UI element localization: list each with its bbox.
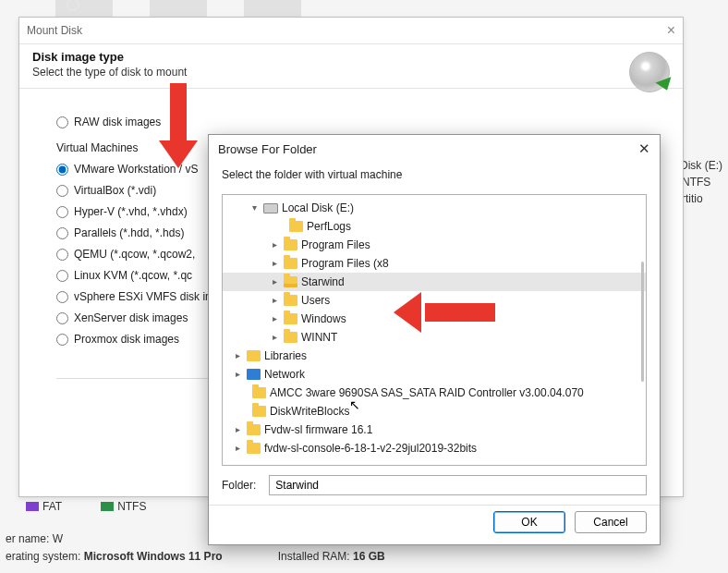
radio-proxmox-label: Proxmox disk images xyxy=(74,333,179,346)
tree-node-program-files-x86[interactable]: ▸ Program Files (x8 xyxy=(223,254,646,273)
folder-tree[interactable]: ▾ Local Disk (E:) ▸ PerfLogs ▸ Program F… xyxy=(222,194,647,466)
network-icon xyxy=(247,369,261,380)
bg-drive-icons xyxy=(55,0,301,17)
folder-icon xyxy=(289,221,303,232)
tree-node-libraries[interactable]: ▸ Libraries xyxy=(223,347,646,365)
folder-icon xyxy=(252,406,266,417)
dialog-title: Browse For Folder xyxy=(218,142,317,156)
close-icon[interactable]: ✕ xyxy=(638,140,650,157)
browse-folder-dialog: Browse For Folder ✕ Select the folder wi… xyxy=(208,134,661,545)
tree-node-fvdw-firmware[interactable]: ▸ Fvdw-sl firmware 16.1 xyxy=(223,421,646,439)
tree-node-windows[interactable]: ▸ Windows xyxy=(223,310,646,328)
window-title: Mount Disk xyxy=(27,24,82,37)
radio-vmware-label: VMware Workstation / vS xyxy=(74,163,198,176)
folder-icon xyxy=(284,258,297,269)
folder-icon xyxy=(284,332,297,343)
radio-raw-label: RAW disk images xyxy=(74,116,161,128)
tree-node-program-files[interactable]: ▸ Program Files xyxy=(223,236,646,254)
folder-icon xyxy=(247,443,261,454)
wizard-heading: Disk image type xyxy=(32,50,670,64)
folder-icon xyxy=(284,313,297,324)
folder-icon xyxy=(247,424,261,435)
close-icon[interactable]: × xyxy=(667,22,675,39)
drive-icon xyxy=(263,203,278,213)
tree-node-network[interactable]: ▸ Network xyxy=(223,365,646,384)
radio-xenserver-label: XenServer disk images xyxy=(74,311,188,324)
cursor-icon: ↖ xyxy=(349,397,360,412)
tree-node-fvdw-console[interactable]: ▸ fvdw-sl-console-6-18-1-v2-29jul2019-32… xyxy=(223,439,646,457)
radio-esxi-label: vSphere ESXi VMFS disk in xyxy=(74,290,212,303)
tree-node-perflogs[interactable]: ▸ PerfLogs xyxy=(223,217,646,236)
radio-virtualbox-label: VirtualBox (*.vdi) xyxy=(74,184,156,197)
dialog-instruction: Select the folder with virtual machine xyxy=(209,163,660,190)
tree-node-starwind[interactable]: ▸ Starwind xyxy=(223,273,646,291)
tree-node-amcc[interactable]: ▸ AMCC 3ware 9690SA SAS_SATA RAID Contro… xyxy=(223,384,646,402)
folder-icon xyxy=(284,295,297,306)
libraries-icon xyxy=(247,350,261,361)
ok-button[interactable]: OK xyxy=(493,511,565,533)
folder-field[interactable] xyxy=(269,475,647,495)
folder-field-label: Folder: xyxy=(222,479,256,492)
wizard-subheading: Select the type of disk to mount xyxy=(32,66,670,79)
tree-node-drive[interactable]: ▾ Local Disk (E:) xyxy=(223,199,646,217)
folder-icon xyxy=(252,387,266,398)
radio-raw[interactable]: RAW disk images xyxy=(56,116,646,128)
bg-legend: FAT NTFS xyxy=(26,500,146,513)
tree-node-winnt[interactable]: ▸ WINNT xyxy=(223,328,646,347)
radio-kvm-label: Linux KVM (*.qcow, *.qc xyxy=(74,269,192,282)
cancel-button[interactable]: Cancel xyxy=(575,511,647,533)
folder-icon xyxy=(284,239,297,250)
wizard-header: Disk image type Select the type of disk … xyxy=(19,43,683,89)
tree-node-diskwriteblocks[interactable]: ▸ DiskWriteBlocks xyxy=(223,402,646,421)
scrollbar[interactable] xyxy=(641,262,644,382)
radio-qemu-label: QEMU (*.qcow, *.qcow2, xyxy=(74,248,195,261)
radio-parallels-label: Parallels (*.hdd, *.hds) xyxy=(74,226,184,239)
radio-hyperv-label: Hyper-V (*.vhd, *.vhdx) xyxy=(74,205,188,218)
folder-open-icon xyxy=(284,276,297,287)
tree-node-users[interactable]: ▸ Users xyxy=(223,291,646,310)
